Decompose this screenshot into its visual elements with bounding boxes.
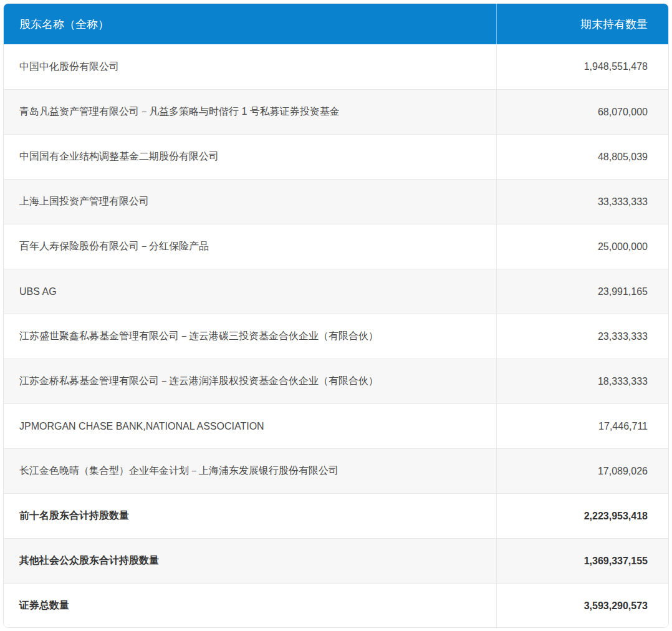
table-body: 中国中化股份有限公司 1,948,551,478 青岛凡益资产管理有限公司－凡益… [4,44,668,628]
holding-value: 2,223,953,418 [496,494,668,538]
table-row: 青岛凡益资产管理有限公司－凡益多策略与时偕行 1 号私募证券投资基金 68,07… [4,89,668,134]
shareholder-name: JPMORGAN CHASE BANK,NATIONAL ASSOCIATION [4,404,496,448]
shareholder-name: 中国中化股份有限公司 [4,44,496,89]
holding-value: 18,333,333 [496,359,668,403]
shareholder-name: 江苏金桥私募基金管理有限公司－连云港润洋股权投资基金合伙企业（有限合伙） [4,359,496,403]
holding-value: 48,805,039 [496,135,668,179]
shareholder-name: 江苏盛世聚鑫私募基金管理有限公司－连云港碳三投资基金合伙企业（有限合伙） [4,314,496,359]
shareholder-name: 长江金色晚晴（集合型）企业年金计划－上海浦东发展银行股份有限公司 [4,449,496,493]
table-row: 中国中化股份有限公司 1,948,551,478 [4,44,668,89]
table-row: 长江金色晚晴（集合型）企业年金计划－上海浦东发展银行股份有限公司 17,089,… [4,448,668,493]
holding-value: 17,089,026 [496,449,668,493]
holding-value: 23,991,165 [496,269,668,314]
table-header-row: 股东名称（全称） 期末持有数量 [4,4,668,44]
table-row: JPMORGAN CHASE BANK,NATIONAL ASSOCIATION… [4,403,668,448]
table-row: 证券总数量 3,593,290,573 [4,583,668,628]
table-row: 其他社会公众股东合计持股数量 1,369,337,155 [4,538,668,583]
holding-value: 17,446,711 [496,404,668,448]
table-row: 中国国有企业结构调整基金二期股份有限公司 48,805,039 [4,134,668,179]
shareholder-name: 青岛凡益资产管理有限公司－凡益多策略与时偕行 1 号私募证券投资基金 [4,90,496,134]
table-row: 百年人寿保险股份有限公司－分红保险产品 25,000,000 [4,224,668,269]
header-period-end-holding: 期末持有数量 [496,4,668,44]
table-row: UBS AG 23,991,165 [4,269,668,314]
shareholder-name: 其他社会公众股东合计持股数量 [4,539,496,583]
holding-value: 23,333,333 [496,314,668,359]
shareholder-name: 证券总数量 [4,584,496,628]
table-row: 江苏金桥私募基金管理有限公司－连云港润洋股权投资基金合伙企业（有限合伙） 18,… [4,359,668,403]
table-row: 前十名股东合计持股数量 2,223,953,418 [4,493,668,538]
shareholders-table-card: 股东名称（全称） 期末持有数量 中国中化股份有限公司 1,948,551,478… [3,3,669,628]
holding-value: 68,070,000 [496,90,668,134]
holding-value: 3,593,290,573 [496,584,668,628]
table-row: 江苏盛世聚鑫私募基金管理有限公司－连云港碳三投资基金合伙企业（有限合伙） 23,… [4,314,668,359]
header-shareholder-name: 股东名称（全称） [4,4,496,44]
shareholder-name: 百年人寿保险股份有限公司－分红保险产品 [4,224,496,269]
holding-value: 25,000,000 [496,224,668,269]
shareholder-name: 中国国有企业结构调整基金二期股份有限公司 [4,135,496,179]
table-row: 上海上国投资产管理有限公司 33,333,333 [4,179,668,224]
shareholder-name: 前十名股东合计持股数量 [4,494,496,538]
shareholder-name: UBS AG [4,269,496,314]
holding-value: 33,333,333 [496,180,668,224]
holding-value: 1,369,337,155 [496,539,668,583]
shareholder-name: 上海上国投资产管理有限公司 [4,180,496,224]
holding-value: 1,948,551,478 [496,44,668,89]
